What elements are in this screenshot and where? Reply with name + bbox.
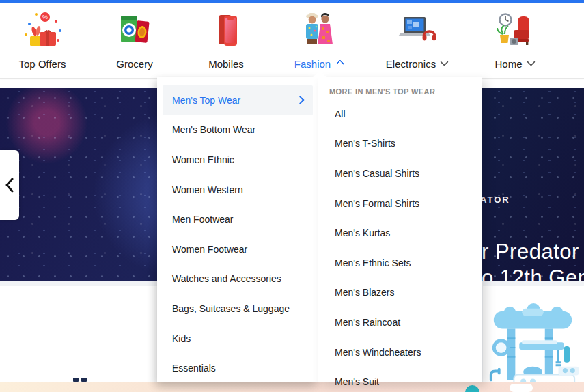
menu-item[interactable]: Bags, Suitcases & Luggage <box>163 294 313 324</box>
gift-offers-icon: % <box>20 10 64 53</box>
chevron-up-icon <box>336 59 345 68</box>
category-list: Men's Top Wear Men's Bottom Wear Women E… <box>157 85 318 383</box>
submenu-item[interactable]: Men's Ethnic Sets <box>318 248 482 278</box>
grocery-packs-icon <box>113 10 156 53</box>
furniture-icon <box>492 10 536 53</box>
subcategory-header: MORE IN MEN'S TOP WEAR <box>329 87 435 96</box>
menu-item[interactable]: Men Footwear <box>163 204 313 234</box>
menu-item[interactable]: Kids <box>163 324 313 354</box>
laptop-headphones-icon <box>395 10 439 53</box>
next-banner-edge <box>0 382 584 392</box>
menu-item[interactable]: Men's Bottom Wear <box>163 115 313 145</box>
submenu-item[interactable]: All <box>318 99 482 129</box>
menu-item[interactable]: Essentials <box>163 353 313 383</box>
submenu-item[interactable]: Men's Formal Shirts <box>318 188 482 219</box>
menu-item[interactable]: Women Ethnic <box>163 145 313 175</box>
submenu-item[interactable]: Men's Suit <box>318 367 482 392</box>
nav-item-mobiles[interactable]: Mobiles <box>182 10 270 70</box>
svg-text:%: % <box>42 14 48 20</box>
nav-label-fashion: Fashion <box>294 58 331 70</box>
submenu-item[interactable]: Men's T-Shirts <box>318 129 482 159</box>
chevron-down-icon <box>527 57 536 66</box>
nav-label-mobiles: Mobiles <box>208 58 244 70</box>
toy-kitchen-image <box>483 301 584 392</box>
submenu-item[interactable]: Men's Casual Shirts <box>318 158 482 188</box>
chevron-left-icon <box>4 178 15 193</box>
menu-item[interactable]: Women Footwear <box>163 234 313 264</box>
nav-label-electronics: Electronics <box>386 58 436 70</box>
banner-brand-logo: ATOR <box>480 195 510 205</box>
chevron-right-icon <box>296 96 305 104</box>
fashion-couple-icon <box>296 10 340 53</box>
chevron-down-icon <box>440 57 449 66</box>
nav-item-electronics[interactable]: Electronics <box>372 10 461 70</box>
carousel-prev-button[interactable] <box>0 150 19 220</box>
smartphone-icon <box>204 10 248 53</box>
submenu-item[interactable]: Men's Kurtas <box>318 218 482 248</box>
product-card[interactable] <box>483 286 584 387</box>
dropdown-notch <box>312 71 327 78</box>
page: % Top Offers <box>0 0 584 392</box>
menu-item[interactable]: Watches and Accessories <box>163 264 313 294</box>
submenu-item[interactable]: Men's Windcheaters <box>318 337 482 367</box>
fashion-dropdown-subcategories: MORE IN MEN'S TOP WEAR All Men's T-Shirt… <box>318 77 482 382</box>
banner-headline-line2: o 12th Gen <box>482 266 584 281</box>
category-nav: % Top Offers <box>0 3 584 79</box>
menu-item[interactable]: Men's Top Wear <box>163 85 313 115</box>
nav-item-grocery[interactable]: Grocery <box>90 10 179 70</box>
submenu-item[interactable]: Men's Raincoat <box>318 307 482 337</box>
submenu-item[interactable]: Men's Blazers <box>318 278 482 308</box>
nav-label-top-offers: Top Offers <box>19 58 66 70</box>
nav-item-fashion[interactable]: Fashion <box>274 10 363 70</box>
nav-item-home[interactable]: Home <box>470 10 559 70</box>
nav-label-grocery: Grocery <box>116 58 152 70</box>
subcategory-list: All Men's T-Shirts Men's Casual Shirts M… <box>318 99 482 392</box>
nav-item-top-offers[interactable]: % Top Offers <box>0 10 87 70</box>
banner-headline-line1: r Predator H <box>482 240 584 264</box>
menu-item[interactable]: Women Western <box>163 175 313 205</box>
fashion-dropdown-categories: Men's Top Wear Men's Bottom Wear Women E… <box>157 77 318 382</box>
banner-button-edge <box>510 384 533 392</box>
nav-label-home: Home <box>495 58 522 70</box>
